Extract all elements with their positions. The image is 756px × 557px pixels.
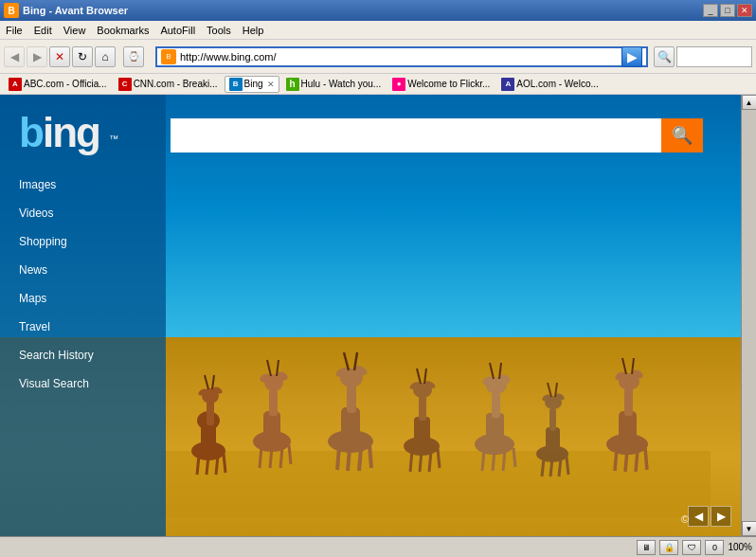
bing-search-button[interactable]: 🔍 bbox=[661, 118, 703, 153]
bing-copyright: © bbox=[681, 513, 689, 525]
svg-line-60 bbox=[490, 363, 494, 379]
scroll-up-button[interactable]: ▲ bbox=[742, 95, 757, 110]
svg-line-77 bbox=[625, 450, 627, 472]
bing-nav-arrows: ◀ ▶ bbox=[688, 506, 731, 527]
maximize-button[interactable]: □ bbox=[720, 4, 735, 17]
nav-videos[interactable]: Videos bbox=[0, 199, 166, 227]
svg-line-78 bbox=[636, 450, 638, 472]
nav-shopping[interactable]: Shopping bbox=[0, 227, 166, 256]
bookmark-bing[interactable]: B Bing ✕ bbox=[225, 76, 279, 93]
menu-autofill[interactable]: AutoFill bbox=[154, 23, 201, 38]
nav-travel[interactable]: Travel bbox=[0, 313, 166, 341]
stop-button[interactable]: ✕ bbox=[49, 46, 70, 67]
svg-rect-75 bbox=[619, 411, 637, 449]
bing-trademark: ™ bbox=[109, 134, 118, 144]
svg-rect-68 bbox=[549, 408, 556, 431]
svg-line-54 bbox=[503, 450, 505, 471]
bookmark-bing-icon: B bbox=[229, 78, 243, 91]
bing-search-input[interactable] bbox=[171, 118, 661, 153]
antelope-scene bbox=[161, 280, 711, 517]
bookmark-aol-label: AOL.com - Welco... bbox=[516, 79, 599, 89]
svg-line-30 bbox=[359, 448, 361, 471]
toolbar: ◀ ▶ ✕ ↻ ⌂ ⌚ B ▶ 🔍 bbox=[0, 40, 756, 74]
svg-rect-63 bbox=[546, 427, 560, 458]
forward-button[interactable]: ▶ bbox=[27, 46, 47, 67]
site-icon: B bbox=[161, 49, 176, 64]
svg-line-41 bbox=[420, 451, 422, 472]
menu-file[interactable]: File bbox=[0, 23, 28, 38]
bookmark-aol-icon: A bbox=[501, 78, 514, 91]
scroll-down-button[interactable]: ▼ bbox=[742, 521, 757, 536]
nav-search-history[interactable]: Search History bbox=[0, 341, 166, 369]
address-input[interactable] bbox=[180, 51, 621, 63]
bookmark-abc-icon: A bbox=[9, 78, 22, 91]
bookmark-cnn-icon: C bbox=[118, 78, 132, 91]
home-button[interactable]: ⌂ bbox=[95, 46, 116, 67]
nav-maps[interactable]: Maps bbox=[0, 284, 166, 313]
svg-rect-15 bbox=[263, 411, 280, 447]
svg-line-6 bbox=[216, 456, 218, 475]
menu-bar: File Edit View Bookmarks AutoFill Tools … bbox=[0, 21, 756, 40]
svg-line-19 bbox=[289, 445, 291, 464]
bing-search-wrapper: 🔍 bbox=[171, 118, 703, 153]
bookmark-hulu-icon: h bbox=[286, 78, 299, 91]
minimize-button[interactable]: _ bbox=[703, 4, 718, 17]
bookmark-aol[interactable]: A AOL.com - Welco... bbox=[496, 76, 603, 93]
nav-visual-search[interactable]: Visual Search bbox=[0, 369, 166, 398]
bookmark-cnn-label: CNN.com - Breaki... bbox=[134, 79, 218, 89]
svg-line-31 bbox=[369, 445, 371, 468]
title-bar: B Bing - Avant Browser _ □ ✕ bbox=[0, 0, 756, 21]
bing-sidebar: bing ™ Images Videos Shopping News Maps … bbox=[0, 95, 166, 536]
svg-rect-20 bbox=[269, 389, 278, 416]
bookmark-cnn[interactable]: C CNN.com - Breaki... bbox=[114, 76, 223, 93]
svg-line-67 bbox=[567, 457, 568, 475]
svg-line-76 bbox=[615, 449, 617, 471]
security-icon: 🛡 bbox=[682, 540, 701, 555]
menu-tools[interactable]: Tools bbox=[201, 23, 237, 38]
nav-images[interactable]: Images bbox=[0, 171, 166, 199]
svg-line-40 bbox=[410, 451, 412, 472]
svg-line-64 bbox=[542, 458, 544, 476]
svg-line-53 bbox=[493, 450, 495, 471]
menu-edit[interactable]: Edit bbox=[28, 23, 58, 38]
menu-bookmarks[interactable]: Bookmarks bbox=[91, 23, 154, 38]
svg-line-65 bbox=[550, 458, 552, 476]
bookmarks-bar: A ABC.com - Officia... C CNN.com - Break… bbox=[0, 74, 756, 95]
svg-line-16 bbox=[260, 447, 261, 468]
go-button[interactable]: ▶ bbox=[621, 46, 642, 67]
svg-rect-51 bbox=[486, 413, 504, 449]
search-toolbar-input[interactable] bbox=[677, 51, 744, 62]
nav-news[interactable]: News bbox=[0, 256, 166, 284]
bing-prev-arrow[interactable]: ◀ bbox=[688, 506, 709, 527]
bookmark-hulu[interactable]: h Hulu - Watch you... bbox=[281, 76, 387, 93]
bookmark-bing-close[interactable]: ✕ bbox=[267, 80, 275, 89]
scroll-track[interactable] bbox=[742, 110, 757, 521]
svg-line-28 bbox=[337, 447, 339, 470]
svg-line-4 bbox=[197, 456, 199, 475]
bookmark-flickr[interactable]: ● Welcome to Flickr... bbox=[387, 76, 495, 93]
svg-line-52 bbox=[482, 450, 484, 471]
svg-line-18 bbox=[280, 447, 282, 468]
bookmark-hulu-label: Hulu - Watch you... bbox=[301, 79, 382, 89]
bookmark-flickr-label: Welcome to Flickr... bbox=[407, 79, 490, 89]
browser-area: bing ™ Images Videos Shopping News Maps … bbox=[0, 95, 756, 536]
svg-line-5 bbox=[207, 456, 208, 475]
search-toolbar-box[interactable] bbox=[676, 46, 752, 67]
history-button[interactable]: ⌚ bbox=[123, 46, 144, 67]
back-button[interactable]: ◀ bbox=[4, 46, 25, 67]
svg-rect-56 bbox=[492, 392, 500, 418]
app-icon: B bbox=[4, 3, 19, 18]
monitor-icon: 🖥 bbox=[637, 540, 656, 555]
svg-line-43 bbox=[438, 449, 440, 468]
svg-rect-8 bbox=[207, 402, 214, 425]
refresh-button[interactable]: ↻ bbox=[72, 46, 93, 67]
close-button[interactable]: ✕ bbox=[737, 4, 752, 17]
flag-icon: 0 bbox=[705, 540, 724, 555]
bing-next-arrow[interactable]: ▶ bbox=[711, 506, 731, 527]
bing-search-icon: 🔍 bbox=[672, 125, 693, 146]
menu-view[interactable]: View bbox=[58, 23, 92, 38]
address-bar: B ▶ bbox=[155, 46, 648, 67]
lock-icon: 🔒 bbox=[659, 540, 678, 555]
bookmark-abc[interactable]: A ABC.com - Officia... bbox=[4, 76, 112, 93]
menu-help[interactable]: Help bbox=[237, 23, 270, 38]
